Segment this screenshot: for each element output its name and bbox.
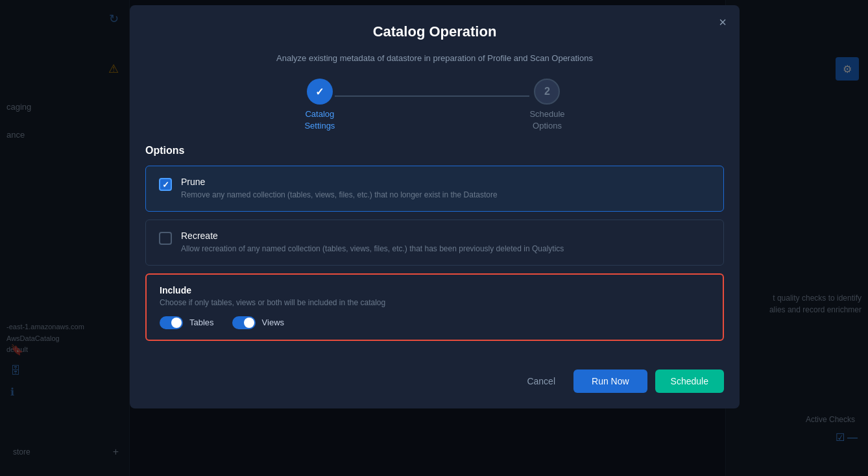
step-2-label: Schedule Options [529,108,564,132]
options-section: Options ✓ Prune Remove any named collect… [130,145,740,266]
step-connector [335,95,529,97]
checkmark-icon: ✓ [162,180,169,190]
modal-subtitle: Analyze existing metadata of datastore i… [130,47,740,63]
schedule-button[interactable]: Schedule [655,370,724,393]
stepper: ✓ Catalog Settings 2 Schedule Options [130,63,740,145]
recreate-option-name: Recreate [181,231,564,241]
recreate-option-card[interactable]: Recreate Allow recreation of any named c… [145,219,724,266]
cancel-button[interactable]: Cancel [516,370,566,393]
include-section: Include Choose if only tables, views or … [145,273,724,341]
views-toggle[interactable] [232,316,256,329]
tables-label: Tables [189,318,214,327]
prune-option-content: Prune Remove any named collection (table… [181,177,498,201]
prune-option-name: Prune [181,177,498,187]
modal-header: Catalog Operation × [130,5,740,47]
recreate-checkbox[interactable] [159,232,172,245]
views-label: Views [262,318,284,327]
step-1: ✓ Catalog Settings [304,79,335,132]
step-2: 2 Schedule Options [529,79,564,132]
modal-title: Catalog Operation [373,23,497,40]
step-1-label: Catalog Settings [304,108,335,132]
step-2-circle: 2 [534,79,560,105]
toggle-row: Tables Views [160,316,710,329]
prune-checkbox[interactable]: ✓ [159,178,172,191]
options-title: Options [145,145,724,157]
step-1-circle: ✓ [307,79,333,105]
recreate-option-desc: Allow recreation of any named collection… [181,244,564,255]
tables-toggle-item: Tables [160,316,214,329]
views-toggle-item: Views [232,316,284,329]
prune-option-card[interactable]: ✓ Prune Remove any named collection (tab… [145,166,724,212]
modal-close-button[interactable]: × [719,16,727,29]
recreate-option-content: Recreate Allow recreation of any named c… [181,231,564,255]
tables-toggle[interactable] [160,316,183,329]
prune-option-desc: Remove any named collection (tables, vie… [181,190,498,201]
modal-footer: Cancel Run Now Schedule [130,354,740,408]
run-now-button[interactable]: Run Now [573,370,647,393]
catalog-operation-modal: Catalog Operation × Analyze existing met… [130,5,740,408]
include-desc: Choose if only tables, views or both wil… [160,298,710,307]
include-title: Include [160,285,710,295]
